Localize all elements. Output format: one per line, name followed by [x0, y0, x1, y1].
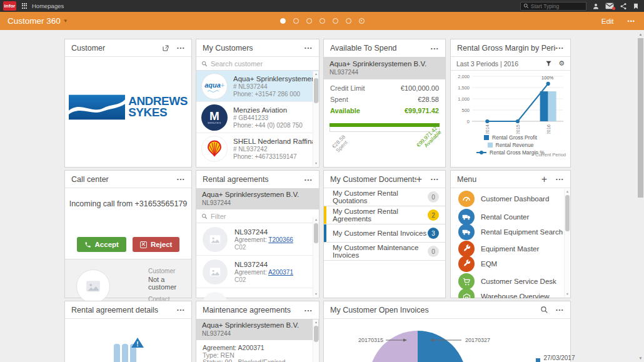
rental-agreement-details-card: Rental agreement details ••• ! [64, 301, 192, 362]
menzies-logo: M MENZIES [201, 104, 228, 131]
dashboard-icon [458, 191, 475, 207]
menu-item-label: Equipment Master [481, 245, 539, 253]
scroll-up-icon[interactable]: ▲ [313, 320, 319, 324]
page-dot-1[interactable] [280, 18, 286, 24]
page-dot-6[interactable] [346, 18, 351, 24]
homepages-label[interactable]: Homepages [32, 3, 64, 9]
available-more-icon[interactable]: ••• [431, 46, 439, 51]
scroll-up-icon[interactable]: ▲ [313, 218, 319, 222]
image-placeholder-icon [203, 227, 228, 252]
global-search-input[interactable] [531, 3, 585, 9]
call-center-more-icon[interactable]: ••• [177, 176, 185, 182]
agreement-link[interactable]: A200371 [268, 269, 293, 276]
document-row[interactable]: My Customer Rental Quotations 0 [324, 188, 445, 206]
share-icon[interactable] [620, 3, 627, 10]
details-more-icon[interactable]: ••• [177, 307, 185, 313]
menu-item-label: Customer Service Desk [481, 278, 556, 285]
open-invoices-more-icon[interactable]: ••• [556, 307, 564, 313]
spent-value: €28.58 [418, 96, 439, 103]
mail-icon[interactable] [605, 3, 614, 9]
edit-button[interactable]: Edit [601, 18, 614, 25]
scroll-up-icon[interactable]: ▲ [565, 189, 570, 194]
search-icon[interactable] [540, 306, 548, 314]
page-dot-4[interactable] [319, 18, 325, 24]
page-dot-5[interactable] [333, 18, 338, 24]
available-label: Available [330, 107, 360, 114]
menu-item-customer-dashboard[interactable]: Customer Dashboard [458, 191, 549, 207]
maintenance-agreements-card: Maintenance agreements ••• Aqua+ Sprinkl… [196, 301, 319, 362]
page-dot-3[interactable] [306, 18, 312, 24]
menu-add-icon[interactable]: + [541, 174, 547, 184]
page-more-icon[interactable]: ••• [628, 18, 635, 24]
customer-card-title: Customer [71, 44, 162, 53]
filter-row[interactable] [196, 209, 319, 223]
menu-item-customer-service-desk[interactable]: Customer Service Desk [458, 273, 556, 289]
customer-list-item[interactable]: aqua+ Aqua+ Sprinklersystemen B.V. # NL9… [196, 71, 319, 102]
agreement-list-item[interactable]: NL937244 Agreement: T200366 C02 [196, 223, 319, 256]
list-scrollbar[interactable]: ▲ ▼ [313, 71, 318, 166]
filter-icon[interactable] [545, 60, 552, 67]
menu-item-rental-equipment-search[interactable]: Rental Equipment Search [458, 224, 563, 240]
agreement-list-item[interactable]: NL937244 Agreement: A200371 C02 [196, 256, 319, 288]
document-row[interactable]: My Customer Rental Agreements 2 [324, 206, 445, 224]
infor-logo[interactable]: infor [3, 1, 16, 11]
scroll-up-icon[interactable]: ▲ [313, 72, 319, 76]
available-to-spend-title: Available To Spend [330, 44, 431, 53]
scroll-thumb[interactable] [314, 223, 318, 243]
documents-add-icon[interactable]: + [416, 174, 422, 184]
customer-search[interactable] [196, 57, 319, 71]
my-customers-more-icon[interactable]: ••• [304, 45, 313, 51]
list-scrollbar[interactable]: ▲ [313, 319, 318, 362]
documents-more-icon[interactable]: ••• [431, 176, 439, 182]
open-in-new-icon[interactable] [162, 44, 169, 52]
global-search[interactable] [520, 2, 586, 11]
scroll-down-icon[interactable]: ▼ [313, 292, 319, 296]
menu-item-warehouse-overview[interactable]: Warehouse Overview [458, 288, 550, 298]
page-scroll-thumb[interactable] [638, 38, 643, 198]
maintenance-more-icon[interactable]: ••• [304, 308, 313, 313]
bookmark-icon[interactable] [633, 3, 639, 10]
rental-gross-margin-card: Rental Gross Margin by Period ••• Last 3… [450, 39, 571, 168]
menu-more-icon[interactable]: ••• [556, 176, 564, 182]
menzies-logo-text: M [209, 111, 219, 121]
count-badge: 0 [428, 246, 439, 257]
menu-item-equipment-master[interactable]: Equipment Master [458, 241, 539, 257]
filter-input[interactable] [211, 213, 292, 220]
menu-item-eqm[interactable]: EQM [458, 256, 497, 272]
list-scrollbar[interactable]: ▲ ▼ [564, 189, 570, 297]
rental-agreements-more-icon[interactable]: ••• [304, 177, 313, 183]
user-icon[interactable] [592, 3, 600, 10]
page-dot-2[interactable] [293, 18, 299, 24]
shell-logo [201, 136, 228, 162]
accept-button[interactable]: Accept [77, 237, 126, 252]
gear-icon[interactable]: ⚙ [558, 60, 565, 67]
page-scrollbar[interactable]: ▲ ▼ [636, 30, 644, 362]
customer-more-icon[interactable]: ••• [177, 45, 185, 51]
customer-list-item[interactable]: M MENZIES Menzies Aviation # GB441233 Ph… [196, 102, 319, 133]
scroll-down-icon[interactable]: ▼ [313, 161, 319, 166]
rental-agreement-details-title: Rental agreement details [71, 306, 177, 314]
legend-label: 27/03/2017 (25%) [543, 354, 577, 362]
contact-avatar [76, 269, 110, 303]
customer-search-input[interactable] [211, 60, 292, 68]
document-row[interactable]: My Customer Rental Invoices 3 [324, 224, 445, 243]
menu-item-rental-counter[interactable]: Rental Counter [458, 209, 529, 225]
agreement-customer-number: NL937244 [234, 261, 293, 268]
reject-button[interactable]: Reject [133, 237, 180, 252]
scroll-thumb[interactable] [314, 326, 318, 342]
app-grid-icon[interactable] [22, 3, 28, 9]
svg-text:1,500: 1,500 [458, 85, 470, 91]
scroll-down-icon[interactable]: ▼ [638, 356, 643, 360]
banner-customer-name: Aqua+ Sprinklersystemen B.V. [202, 321, 313, 329]
scroll-thumb[interactable] [565, 195, 570, 231]
margin-more-icon[interactable]: ••• [556, 45, 564, 51]
agreement-link[interactable]: T200366 [268, 236, 293, 243]
customer-list-item[interactable]: SHELL Nederland Raffinade... # NL937242 … [196, 133, 319, 164]
scroll-thumb[interactable] [314, 78, 318, 103]
page-dot-7[interactable] [359, 18, 365, 24]
svg-text:500: 500 [461, 108, 470, 113]
list-scrollbar[interactable]: ▲ ▼ [313, 217, 318, 297]
scroll-down-icon[interactable]: ▼ [565, 292, 570, 296]
document-row[interactable]: My Customer Maintenance Invoices 0 [324, 243, 445, 261]
scroll-up-icon[interactable]: ▲ [638, 33, 643, 36]
